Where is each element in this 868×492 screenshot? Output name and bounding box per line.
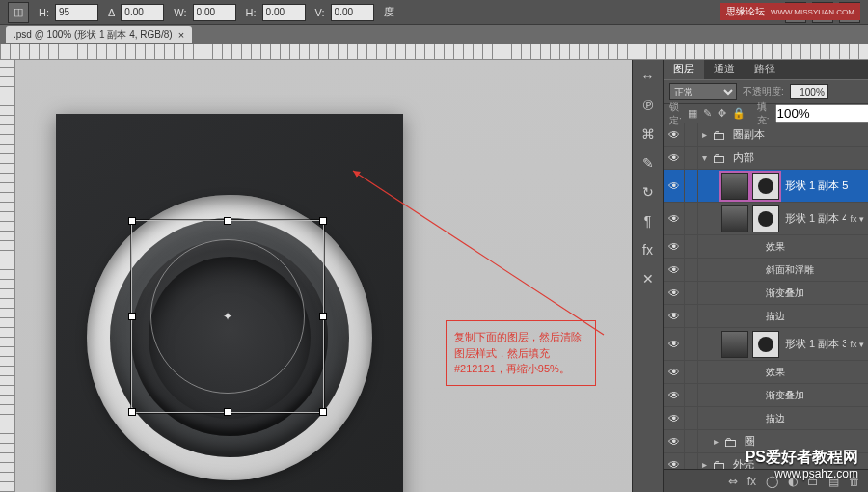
effect-name: 描边 [698, 310, 868, 323]
layer-row[interactable]: 👁▸🗀圈副本 [664, 123, 868, 147]
vector-mask-thumb[interactable] [752, 331, 779, 358]
lock-move-icon[interactable]: ✥ [718, 107, 726, 120]
layer-row[interactable]: 👁形状 1 副本 4fx ▾ [664, 203, 868, 235]
visibility-toggle[interactable]: 👁 [664, 123, 685, 146]
visibility-toggle[interactable]: 👁 [664, 170, 685, 202]
lock-brush-icon[interactable]: ✎ [703, 107, 712, 120]
tab-title: .psd @ 100% (形状 1 副本 4, RGB/8) [14, 28, 173, 41]
layer-row[interactable]: 👁形状 1 副本 3fx ▾ [664, 328, 868, 361]
lock-pixels-icon[interactable]: ▦ [688, 107, 697, 120]
layer-row[interactable]: 👁形状 1 副本 5 [664, 170, 868, 203]
handle-top-right[interactable] [319, 217, 327, 225]
effect-name: 渐变叠加 [698, 287, 868, 300]
transform-center-icon[interactable]: ✦ [223, 310, 232, 323]
effect-row[interactable]: 👁描边 [664, 305, 868, 328]
unit-label: 度 [384, 5, 394, 19]
blend-mode-select[interactable]: 正常 [669, 83, 737, 100]
visibility-toggle[interactable]: 👁 [664, 453, 685, 469]
layer-row[interactable]: 👁▾🗀内部 [664, 147, 868, 170]
tab-channels[interactable]: 通道 [704, 59, 745, 79]
visibility-toggle[interactable]: 👁 [664, 305, 685, 327]
effect-name: 斜面和浮雕 [698, 263, 868, 277]
w-input[interactable] [193, 4, 236, 21]
visibility-toggle[interactable]: 👁 [664, 328, 685, 360]
folder-icon: 🗀 [721, 431, 739, 452]
layer-list: 👁▸🗀圈副本👁▾🗀内部👁形状 1 副本 5👁形状 1 副本 4fx ▾👁效果👁斜… [664, 123, 868, 469]
canvas-area[interactable]: ✦ 复制下面的图层，然后清除图层样式，然后填充#212121，再缩小95%。 [15, 60, 632, 492]
watermark-bottom: PS爱好者教程网www.psahz.com [746, 448, 858, 482]
fx-badge[interactable]: fx ▾ [846, 214, 868, 224]
handle-bottom[interactable] [224, 408, 231, 416]
h2-label: H: [246, 7, 257, 18]
document-tab[interactable]: .psd @ 100% (形状 1 副本 4, RGB/8) × [6, 26, 192, 43]
dock-icon[interactable]: ¶ [639, 212, 657, 230]
handle-bottom-right[interactable] [319, 408, 327, 416]
fill-input[interactable] [775, 104, 868, 123]
visibility-toggle[interactable]: 👁 [664, 282, 685, 304]
panel-tabs: 图层 通道 路径 [664, 60, 868, 79]
handle-bottom-left[interactable] [128, 408, 136, 416]
handle-top-left[interactable] [128, 217, 136, 225]
layer-thumb[interactable] [721, 205, 748, 232]
vector-mask-thumb[interactable] [752, 205, 779, 232]
v-input[interactable] [331, 4, 374, 21]
dock-icon[interactable]: ⌘ [639, 125, 657, 143]
layer-name: 形状 1 副本 5 [783, 178, 868, 193]
effect-row[interactable]: 👁渐变叠加 [664, 384, 868, 407]
dock-icon[interactable]: ℗ [639, 96, 657, 114]
handle-right[interactable] [319, 313, 327, 320]
disclosure-triangle[interactable]: ▸ [698, 459, 710, 469]
ruler-horizontal[interactable] [0, 44, 868, 60]
handle-top[interactable] [224, 217, 231, 225]
disclosure-triangle[interactable]: ▸ [710, 436, 721, 447]
layer-thumb[interactable] [721, 331, 748, 358]
h-label: H: [39, 7, 49, 18]
h-input[interactable] [55, 4, 98, 21]
tab-paths[interactable]: 路径 [745, 59, 785, 79]
lock-all-icon[interactable]: 🔒 [732, 107, 746, 120]
effect-row[interactable]: 👁描边 [664, 407, 868, 430]
handle-left[interactable] [128, 313, 136, 320]
effect-name: 渐变叠加 [698, 389, 868, 402]
dock-icon[interactable]: fx [639, 241, 657, 259]
dock-icon[interactable]: ✎ [639, 154, 657, 172]
layer-name: 内部 [731, 150, 868, 165]
w-label: W: [174, 7, 186, 18]
visibility-toggle[interactable]: 👁 [664, 430, 685, 452]
delta-input[interactable] [121, 4, 164, 21]
vector-mask-thumb[interactable] [752, 173, 779, 200]
effect-row[interactable]: 👁斜面和浮雕 [664, 259, 868, 282]
delta-label: Δ [108, 7, 115, 18]
opacity-input[interactable] [790, 84, 828, 99]
effect-row[interactable]: 👁效果 [664, 235, 868, 259]
visibility-toggle[interactable]: 👁 [664, 384, 685, 406]
h2-input[interactable] [262, 4, 306, 21]
visibility-toggle[interactable]: 👁 [664, 407, 685, 429]
disclosure-triangle[interactable]: ▾ [698, 152, 710, 163]
layers-panel: 图层 通道 路径 正常 不透明度: 锁定: ▦ ✎ ✥ 🔒 填充: 👁▸🗀圈副本… [663, 60, 868, 492]
tab-layers[interactable]: 图层 [664, 59, 704, 79]
visibility-toggle[interactable]: 👁 [664, 203, 685, 234]
link-layers-icon[interactable]: ⇔ [728, 475, 738, 488]
v-label: V: [315, 7, 325, 18]
effect-row[interactable]: 👁渐变叠加 [664, 282, 868, 305]
disclosure-triangle[interactable]: ▸ [698, 129, 710, 140]
free-transform-bounds[interactable]: ✦ [131, 220, 324, 413]
visibility-toggle[interactable]: 👁 [664, 361, 685, 383]
lock-row: 锁定: ▦ ✎ ✥ 🔒 填充: [664, 104, 868, 123]
visibility-toggle[interactable]: 👁 [664, 235, 685, 258]
dock-column: ↔ ℗ ⌘ ✎ ↻ ¶ fx ✕ [632, 60, 663, 492]
effect-name: 效果 [698, 240, 868, 254]
ruler-vertical[interactable] [0, 60, 15, 492]
dock-icon[interactable]: ↔ [639, 68, 657, 85]
dock-icon[interactable]: ↻ [639, 183, 657, 201]
visibility-toggle[interactable]: 👁 [664, 259, 685, 281]
close-tab-icon[interactable]: × [178, 29, 184, 41]
fx-badge[interactable]: fx ▾ [846, 340, 868, 349]
visibility-toggle[interactable]: 👁 [664, 147, 685, 169]
layer-thumb[interactable] [721, 173, 748, 200]
effect-row[interactable]: 👁效果 [664, 361, 868, 384]
dock-icon[interactable]: ✕ [639, 270, 657, 287]
opacity-label: 不透明度: [743, 85, 784, 98]
transform-tool-icon: ◫ [8, 2, 29, 23]
